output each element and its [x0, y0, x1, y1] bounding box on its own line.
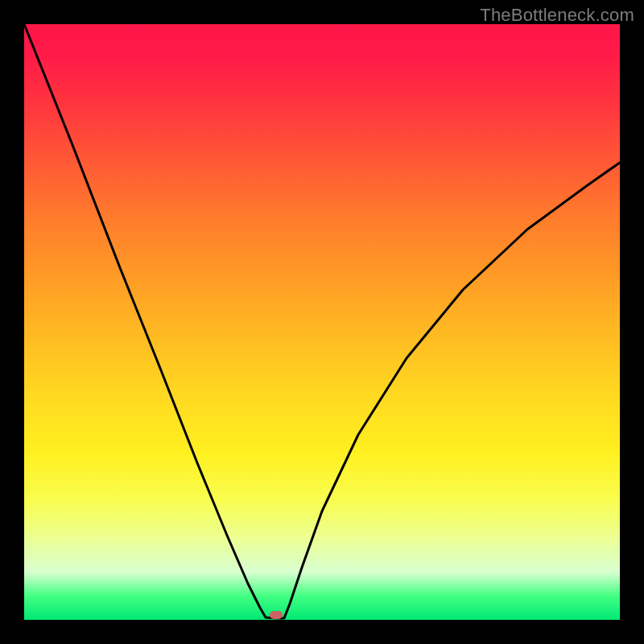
curve-svg	[24, 24, 620, 620]
minimum-marker	[270, 611, 283, 619]
bottleneck-curve	[24, 24, 620, 618]
watermark-text: TheBottleneck.com	[480, 5, 634, 26]
outer-frame: TheBottleneck.com	[0, 0, 644, 644]
plot-area	[24, 24, 620, 620]
